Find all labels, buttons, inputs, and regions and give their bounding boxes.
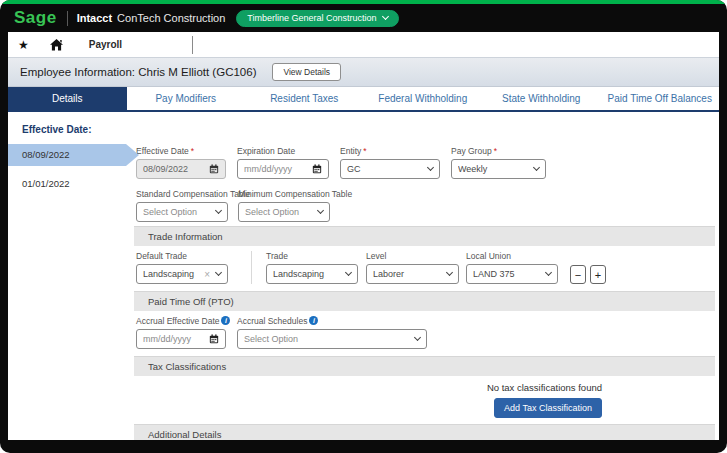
trade-select[interactable]: Landscaping	[266, 264, 358, 284]
product-name: Intacct	[77, 12, 112, 24]
chevron-down-icon	[382, 13, 389, 20]
tab-paid-time-off-balances[interactable]: Paid Time Off Balances	[601, 87, 720, 110]
accrual-effective-date-label: Accrual Effective Date	[136, 316, 219, 326]
tab-details[interactable]: Details	[8, 87, 127, 110]
nav-row: ★ Payroll	[8, 32, 719, 57]
tab-state-withholding[interactable]: State Withholding	[482, 87, 601, 110]
effective-date-field: Effective Date * 08/09/2022	[136, 146, 226, 179]
tax-classifications-section-header: Tax Classifications	[134, 356, 715, 376]
tab-pay-modifiers[interactable]: Pay Modifiers	[127, 87, 246, 110]
sidebar-item-date[interactable]: 01/01/2022	[8, 173, 126, 195]
info-icon[interactable]: i	[309, 316, 318, 325]
trade-field: Trade Landscaping	[266, 251, 358, 284]
chevron-down-icon	[215, 269, 222, 276]
accrual-schedules-label: Accrual Schedules	[237, 316, 307, 326]
chevron-down-icon	[533, 164, 540, 171]
home-icon[interactable]	[50, 39, 63, 51]
calendar-icon[interactable]	[209, 334, 219, 344]
sidebar-item-date-selected[interactable]: 08/09/2022	[8, 144, 126, 166]
effective-date-sidebar: Effective Date: 08/09/2022 01/01/2022	[8, 112, 126, 440]
chevron-down-icon	[317, 207, 324, 214]
accrual-effective-date-field: Accrual Effective Date i mm/dd/yyyy	[136, 316, 226, 349]
required-marker: *	[363, 146, 366, 156]
minimum-comp-table-select[interactable]: Select Option	[238, 202, 330, 222]
standard-comp-table-label: Standard Compensation Table	[136, 189, 238, 198]
tab-resident-taxes[interactable]: Resident Taxes	[245, 87, 364, 110]
trade-label: Trade	[266, 251, 358, 260]
expiration-date-label: Expiration Date	[237, 146, 329, 155]
entity-field: Entity * GC	[340, 146, 440, 179]
tab-federal-withholding[interactable]: Federal Withholding	[364, 87, 483, 110]
accrual-schedules-field: Accrual Schedules i Select Option	[237, 316, 427, 349]
add-tax-classification-button[interactable]: Add Tax Classification	[494, 398, 602, 418]
minimum-comp-table-field: Minimum Compensation Table Select Option	[238, 189, 340, 222]
sage-logo: Sage	[14, 8, 57, 28]
accrual-schedules-select[interactable]: Select Option	[237, 329, 427, 349]
chevron-down-icon	[427, 164, 434, 171]
pay-group-select[interactable]: Weekly	[451, 159, 546, 179]
app-surface: ★ Payroll Employee Information: Chris M …	[8, 32, 719, 440]
entity-selector-pill[interactable]: Timberline General Construction	[236, 10, 398, 27]
standard-comp-table-select[interactable]: Select Option	[136, 202, 228, 222]
default-trade-label: Default Trade	[136, 251, 228, 260]
chevron-down-icon	[446, 269, 453, 276]
trade-row-divider	[251, 251, 252, 284]
trade-information-section-header: Trade Information	[134, 226, 715, 246]
effective-date-label: Effective Date	[136, 146, 189, 156]
add-trade-button[interactable]: +	[590, 265, 606, 284]
default-trade-field: Default Trade Landscaping ×	[136, 251, 228, 284]
calendar-icon	[209, 164, 219, 174]
effective-date-input: 08/09/2022	[136, 159, 226, 179]
sidebar-heading: Effective Date:	[8, 124, 126, 135]
module-chevron-down-icon[interactable]	[192, 36, 193, 54]
calendar-icon[interactable]	[312, 164, 322, 174]
clear-icon[interactable]: ×	[204, 269, 210, 280]
topbar-divider	[67, 11, 68, 26]
local-union-field: Local Union LAND 375	[466, 251, 558, 284]
additional-details-section-header: Additional Details	[134, 424, 715, 440]
minimum-comp-table-label: Minimum Compensation Table	[238, 189, 340, 198]
local-union-select[interactable]: LAND 375	[466, 264, 558, 284]
trade-row: Default Trade Landscaping × Trade Landsc…	[136, 251, 715, 284]
entity-label: Entity	[340, 146, 361, 156]
required-marker: *	[494, 146, 497, 156]
chevron-down-icon	[215, 207, 222, 214]
expiration-date-field: Expiration Date mm/dd/yyyy	[237, 146, 329, 179]
local-union-label: Local Union	[466, 251, 558, 260]
favorite-star-icon[interactable]: ★	[18, 38, 29, 52]
pay-group-label: Pay Group	[451, 146, 492, 156]
tax-empty-message: No tax classifications found	[487, 382, 602, 393]
level-label: Level	[366, 251, 459, 260]
details-form: Effective Date * 08/09/2022 Expiration D…	[126, 112, 719, 440]
tab-bar: Details Pay Modifiers Resident Taxes Fed…	[8, 87, 719, 112]
default-trade-select[interactable]: Landscaping ×	[136, 264, 228, 284]
page-title: Employee Information: Chris M Elliott (G…	[20, 66, 256, 78]
pto-section-header: Paid Time Off (PTO)	[134, 291, 715, 311]
tax-classifications-body: No tax classifications found Add Tax Cla…	[134, 380, 602, 418]
standard-comp-table-field: Standard Compensation Table Select Optio…	[136, 189, 238, 222]
info-icon[interactable]: i	[221, 316, 230, 325]
view-details-button[interactable]: View Details	[272, 63, 341, 81]
company-name: ConTech Construction	[117, 12, 225, 24]
top-bar: Sage Intacct ConTech Construction Timber…	[14, 4, 717, 32]
form-row-dates: Effective Date * 08/09/2022 Expiration D…	[136, 146, 715, 179]
level-select[interactable]: Laborer	[366, 264, 459, 284]
level-field: Level Laborer	[366, 251, 459, 284]
pto-row: Accrual Effective Date i mm/dd/yyyy A	[136, 316, 715, 349]
trade-row-actions: − +	[566, 251, 606, 284]
required-marker: *	[191, 146, 194, 156]
chevron-down-icon	[414, 334, 421, 341]
chevron-down-icon	[345, 269, 352, 276]
accrual-effective-date-input[interactable]: mm/dd/yyyy	[136, 329, 226, 349]
entity-select[interactable]: GC	[340, 159, 440, 179]
pay-group-field: Pay Group * Weekly	[451, 146, 546, 179]
chevron-down-icon	[545, 269, 552, 276]
expiration-date-input[interactable]: mm/dd/yyyy	[237, 159, 329, 179]
remove-trade-button[interactable]: −	[570, 265, 586, 284]
content-area: Effective Date: 08/09/2022 01/01/2022 Ef…	[8, 112, 719, 440]
entity-selector-label: Timberline General Construction	[247, 13, 376, 23]
employee-header: Employee Information: Chris M Elliott (G…	[8, 57, 719, 87]
module-selector[interactable]: Payroll	[89, 39, 122, 50]
app-window: Sage Intacct ConTech Construction Timber…	[0, 0, 727, 453]
form-row-comp-tables: Standard Compensation Table Select Optio…	[136, 189, 715, 222]
